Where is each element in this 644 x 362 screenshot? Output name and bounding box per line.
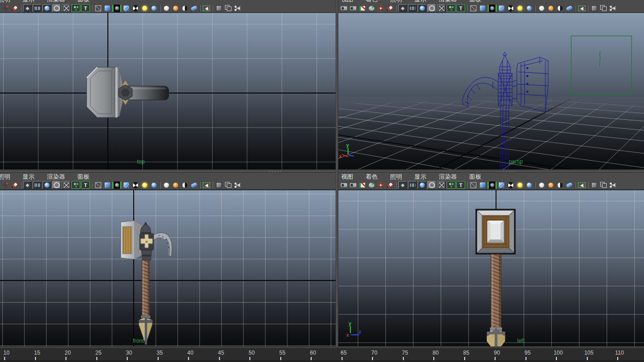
menu-item[interactable]: 面板 xyxy=(77,173,89,181)
selection-box-icon[interactable] xyxy=(202,4,211,12)
isolate-diamond-icon[interactable] xyxy=(23,4,32,12)
letter-t-icon[interactable] xyxy=(456,181,465,189)
checker-ball-icon[interactable] xyxy=(507,4,515,12)
selection-box-icon[interactable] xyxy=(578,181,586,189)
time-slider[interactable]: 1015202530354045505560657075808590951001… xyxy=(0,347,644,362)
orange-ball-icon[interactable] xyxy=(547,181,555,189)
menu-item[interactable]: 面板 xyxy=(469,0,481,3)
isolate-diamond-icon[interactable] xyxy=(23,181,32,189)
red-cross-icon[interactable] xyxy=(377,4,385,12)
white-bulb-icon[interactable] xyxy=(538,181,546,189)
blue-ball-icon[interactable] xyxy=(525,181,533,189)
yellow-light-icon[interactable] xyxy=(141,181,149,189)
half-sphere-icon[interactable] xyxy=(556,181,564,189)
isolate-diamond-icon[interactable] xyxy=(398,4,407,12)
wire-cube-icon[interactable] xyxy=(94,181,102,189)
cross-pin-icon[interactable] xyxy=(1,181,10,189)
viewport-canvas-left[interactable]: left xyxy=(338,190,644,346)
copy-cube-icon[interactable] xyxy=(224,181,232,189)
x-box-icon[interactable] xyxy=(437,4,446,12)
circle-icon[interactable] xyxy=(427,181,436,189)
red-pen-icon[interactable] xyxy=(386,4,394,12)
circle-icon[interactable] xyxy=(52,4,61,12)
textured-cube-icon[interactable] xyxy=(122,4,130,12)
filmstrip-icon[interactable] xyxy=(33,181,41,189)
blue-ball-icon[interactable] xyxy=(150,4,158,12)
menu-item[interactable]: 着色 xyxy=(366,173,378,181)
teapot-icon[interactable] xyxy=(367,4,376,12)
half-sphere-icon[interactable] xyxy=(556,4,564,12)
bracket-cube-icon[interactable] xyxy=(112,181,121,189)
half-sphere-icon[interactable] xyxy=(181,181,189,189)
gray-cube-icon[interactable] xyxy=(215,4,223,12)
blue-cylinder-icon[interactable] xyxy=(565,181,573,189)
hammer-model-front-view[interactable] xyxy=(0,190,336,346)
letter-t-icon[interactable] xyxy=(456,4,465,12)
white-bulb-icon[interactable] xyxy=(538,4,546,12)
green-dots-icon[interactable] xyxy=(447,181,455,189)
textured-cube-icon[interactable] xyxy=(497,4,506,12)
camera-a-icon[interactable] xyxy=(340,4,348,12)
wire-cube-icon[interactable] xyxy=(94,4,102,12)
teapot-icon[interactable] xyxy=(367,181,376,189)
menu-item[interactable]: 显示 xyxy=(414,173,426,181)
circle-icon[interactable] xyxy=(52,181,61,189)
menu-item[interactable]: 视图 xyxy=(341,0,353,3)
copy-cube-icon[interactable] xyxy=(224,4,232,12)
x-box-icon[interactable] xyxy=(62,4,71,12)
camera-a-icon[interactable] xyxy=(340,181,348,189)
blue-cylinder-icon[interactable] xyxy=(190,4,198,12)
orange-ball-icon[interactable] xyxy=(171,4,180,12)
viewport-canvas-front[interactable]: front xyxy=(0,190,336,346)
wire-cube-icon[interactable] xyxy=(469,181,478,189)
camera-b-icon[interactable] xyxy=(349,4,357,12)
blue-cube-icon[interactable] xyxy=(479,4,487,12)
pane-divider-vertical[interactable] xyxy=(336,0,338,347)
textured-cube-icon[interactable] xyxy=(497,181,506,189)
copy-cube-icon[interactable] xyxy=(599,181,608,189)
filmstrip-icon[interactable] xyxy=(33,4,41,12)
menu-item[interactable]: 着色 xyxy=(366,0,378,3)
menu-item[interactable]: 渲染器 xyxy=(439,0,457,3)
gray-cube-icon[interactable] xyxy=(215,181,223,189)
camera-b-icon[interactable] xyxy=(349,181,357,189)
filmstrip-icon[interactable] xyxy=(408,4,417,12)
blue-cylinder-icon[interactable] xyxy=(190,181,198,189)
book-icon[interactable] xyxy=(358,181,366,189)
circle-icon[interactable] xyxy=(427,4,436,12)
blue-sphere-icon[interactable] xyxy=(418,4,426,12)
gray-cube-icon[interactable] xyxy=(590,4,598,12)
blue-cube-icon[interactable] xyxy=(103,4,112,12)
x-box-icon[interactable] xyxy=(62,181,71,189)
blue-cylinder-icon[interactable] xyxy=(565,4,573,12)
share-icon[interactable] xyxy=(233,181,242,189)
menu-item[interactable]: 显示 xyxy=(23,0,35,3)
share-icon[interactable] xyxy=(609,4,617,12)
menu-item[interactable]: 显示 xyxy=(23,173,35,181)
gray-cube-icon[interactable] xyxy=(590,181,598,189)
orange-ball-icon[interactable] xyxy=(171,181,180,189)
x-box-icon[interactable] xyxy=(437,181,446,189)
white-bulb-icon[interactable] xyxy=(162,181,171,189)
menu-item[interactable]: 面板 xyxy=(469,173,481,181)
blue-cube-icon[interactable] xyxy=(103,181,112,189)
red-pen-icon[interactable] xyxy=(11,181,19,189)
bracket-cube-icon[interactable] xyxy=(488,5,496,12)
selection-box-icon[interactable] xyxy=(578,4,586,12)
red-pen-icon[interactable] xyxy=(11,4,19,12)
textured-cube-icon[interactable] xyxy=(122,181,130,189)
letter-t-icon[interactable] xyxy=(81,181,90,189)
green-dots-icon[interactable] xyxy=(71,181,80,189)
blue-cube-icon[interactable] xyxy=(479,181,487,189)
pane-divider-horizontal[interactable] xyxy=(0,170,644,173)
letter-t-icon[interactable] xyxy=(81,4,90,12)
half-sphere-icon[interactable] xyxy=(181,4,189,12)
viewport-canvas-persp[interactable]: y x persp xyxy=(338,12,644,169)
hammer-model-wireframe[interactable] xyxy=(338,13,644,169)
book-icon[interactable] xyxy=(358,4,366,12)
green-dots-icon[interactable] xyxy=(447,4,455,12)
yellow-light-icon[interactable] xyxy=(516,181,524,189)
checker-ball-icon[interactable] xyxy=(131,4,140,12)
menu-item[interactable]: 视图 xyxy=(341,173,353,181)
hammer-model-top-view[interactable] xyxy=(0,13,336,169)
